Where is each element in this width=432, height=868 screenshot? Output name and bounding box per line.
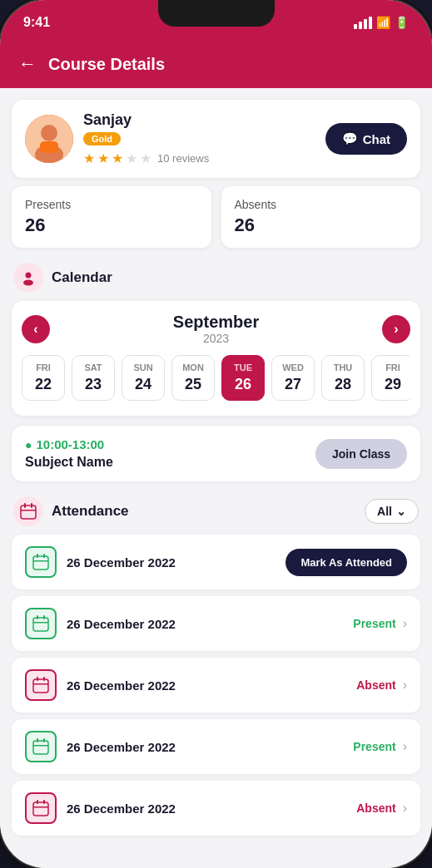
next-month-button[interactable]: ›: [382, 315, 410, 343]
signal-bars-icon: [354, 17, 372, 29]
gold-badge: Gold: [83, 132, 121, 145]
svg-point-1: [41, 125, 57, 141]
svg-rect-14: [33, 560, 48, 562]
scroll-content[interactable]: Sanjay Gold ★ ★ ★ ★ ★ 10 reviews 💬: [0, 88, 432, 868]
att-left: 26 December 2022: [25, 792, 176, 824]
attendance-date: 26 December 2022: [67, 740, 176, 754]
svg-rect-16: [37, 615, 38, 619]
stats-row: Presents 26 Absents 26: [12, 186, 420, 248]
svg-rect-9: [31, 503, 32, 508]
battery-icon: 🔋: [395, 16, 409, 29]
day-cell[interactable]: FRI29: [371, 355, 410, 401]
profile-left: Sanjay Gold ★ ★ ★ ★ ★ 10 reviews: [25, 111, 209, 166]
star-3: ★: [112, 150, 123, 166]
schedule-info: ● 10:00-13:00 Subject Name: [25, 437, 113, 470]
svg-point-6: [23, 280, 33, 286]
day-cell[interactable]: MON25: [171, 355, 215, 401]
absents-card: Absents 26: [221, 186, 421, 248]
schedule-subject: Subject Name: [25, 455, 113, 470]
days-scroll[interactable]: FRI22SAT23SUN24MON25TUE26WED27THU28FRI29: [22, 355, 410, 404]
svg-rect-17: [43, 615, 45, 619]
day-cell[interactable]: TUE26: [221, 355, 265, 401]
attendance-status: Present: [353, 740, 395, 753]
presents-card: Presents 26: [12, 186, 211, 248]
att-right: Absent ›: [356, 801, 407, 816]
phone-shell: 9:41 📶 🔋 ← Course Details: [0, 0, 432, 868]
svg-rect-8: [24, 503, 26, 508]
att-left: 26 December 2022: [25, 731, 176, 762]
svg-rect-7: [21, 506, 36, 519]
svg-rect-24: [37, 738, 38, 742]
profile-info: Sanjay Gold ★ ★ ★ ★ ★ 10 reviews: [83, 111, 209, 166]
page-header: ← Course Details: [0, 42, 432, 88]
prev-month-button[interactable]: ‹: [22, 315, 50, 343]
svg-rect-22: [33, 683, 48, 685]
chat-button[interactable]: 💬 Chat: [325, 123, 407, 155]
svg-rect-3: [40, 141, 58, 153]
att-right: Mark As Attended: [286, 549, 407, 576]
attendance-item[interactable]: 26 December 2022 Present ›: [12, 719, 420, 774]
svg-rect-21: [43, 677, 45, 681]
attendance-calendar-icon: [25, 608, 57, 639]
attendance-calendar-icon: [25, 731, 57, 762]
attendance-item[interactable]: 26 December 2022 Present ›: [12, 596, 420, 651]
attendance-title: Attendance: [52, 503, 129, 520]
att-left: 26 December 2022: [25, 669, 176, 701]
attendance-date: 26 December 2022: [67, 555, 176, 570]
chat-label: Chat: [363, 132, 390, 146]
star-4: ★: [126, 150, 137, 166]
att-right: Present ›: [353, 739, 407, 754]
att-left: 26 December 2022: [25, 608, 176, 639]
chat-bubble-icon: 💬: [342, 131, 358, 146]
star-2: ★: [97, 150, 109, 166]
att-left: 26 December 2022: [25, 546, 176, 578]
chevron-right-icon: ›: [403, 678, 407, 693]
att-right: Absent ›: [356, 678, 407, 693]
avatar: [25, 115, 73, 163]
attendance-item[interactable]: 26 December 2022 Absent ›: [12, 781, 420, 836]
svg-rect-13: [43, 554, 45, 558]
svg-rect-23: [33, 741, 48, 754]
join-class-button[interactable]: Join Class: [315, 439, 407, 469]
clock-icon: ●: [25, 438, 32, 451]
svg-rect-25: [43, 738, 45, 742]
attendance-date: 26 December 2022: [67, 678, 176, 693]
day-cell[interactable]: THU28: [321, 355, 365, 401]
attendance-section-header: Attendance All ⌄: [0, 491, 432, 535]
star-1: ★: [83, 150, 95, 166]
mark-attended-button[interactable]: Mark As Attended: [286, 549, 407, 576]
calendar-title: Calendar: [52, 269, 112, 286]
attendance-item[interactable]: 26 December 2022 Absent ›: [12, 658, 420, 713]
back-button[interactable]: ←: [18, 53, 37, 75]
calendar-nav: ‹ September 2023 ›: [22, 313, 410, 345]
svg-rect-29: [43, 800, 45, 804]
day-cell[interactable]: WED27: [271, 355, 315, 401]
calendar-month: September: [173, 313, 259, 332]
status-time: 9:41: [23, 15, 50, 30]
calendar-container: ‹ September 2023 › FRI22SAT23SUN24MON25T…: [12, 301, 420, 416]
day-cell[interactable]: SUN24: [122, 355, 165, 401]
attendance-status: Absent: [356, 678, 395, 692]
filter-button[interactable]: All ⌄: [365, 499, 419, 524]
attendance-status: Absent: [356, 801, 395, 815]
profile-name: Sanjay: [83, 111, 209, 129]
att-right: Present ›: [353, 616, 407, 631]
svg-rect-11: [33, 556, 48, 570]
svg-point-5: [26, 273, 32, 279]
attendance-left: Attendance: [13, 496, 129, 526]
schedule-time: ● 10:00-13:00: [25, 437, 113, 451]
wifi-icon: 📶: [376, 16, 390, 29]
filter-label: All: [377, 505, 392, 518]
svg-rect-19: [33, 679, 48, 693]
notch: [158, 0, 275, 27]
absents-value: 26: [235, 215, 408, 236]
status-icons: 📶 🔋: [354, 16, 409, 29]
day-cell[interactable]: FRI22: [22, 355, 65, 401]
attendance-calendar-icon: [25, 669, 57, 701]
calendar-year: 2023: [173, 332, 259, 345]
day-cell[interactable]: SAT23: [72, 355, 115, 401]
presents-label: Presents: [25, 198, 198, 211]
presents-value: 26: [25, 215, 198, 236]
chevron-down-icon: ⌄: [396, 505, 406, 518]
attendance-calendar-icon: [25, 792, 57, 824]
